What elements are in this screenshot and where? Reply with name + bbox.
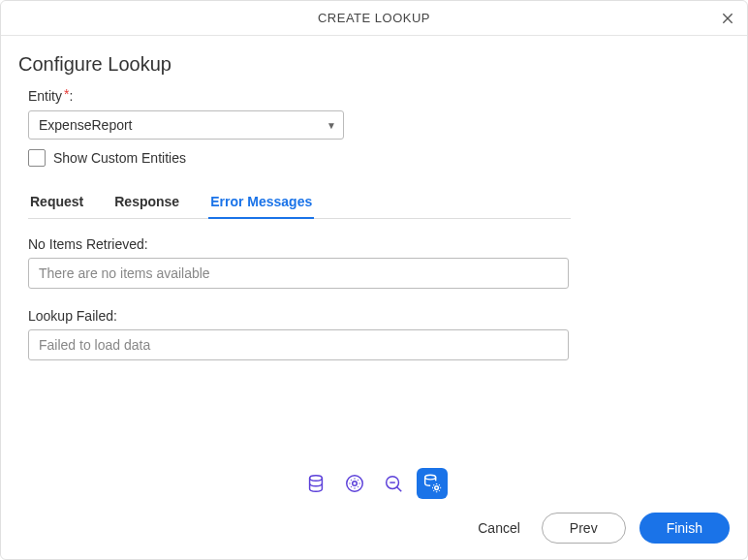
svg-point-2 (310, 476, 323, 482)
lookup-failed-input[interactable] (28, 329, 569, 360)
database-icon (305, 473, 327, 494)
step-datasource[interactable] (300, 468, 331, 499)
svg-point-9 (435, 486, 439, 490)
finish-button[interactable]: Finish (639, 513, 730, 544)
entity-selected-value: ExpenseReport (39, 117, 133, 133)
page-title: Configure Lookup (18, 53, 730, 76)
tab-request[interactable]: Request (28, 186, 85, 219)
no-items-group: No Items Retrieved: (28, 236, 730, 289)
show-custom-checkbox[interactable] (28, 149, 46, 167)
no-items-input[interactable] (28, 258, 569, 289)
tab-error-messages[interactable]: Error Messages (208, 186, 314, 219)
entity-select-wrap: ExpenseReport ▼ (28, 110, 344, 140)
entity-label-row: Entity * : (28, 88, 73, 104)
database-gear-icon (421, 473, 443, 494)
show-custom-label: Show Custom Entities (53, 150, 186, 166)
gear-circle-icon (344, 473, 365, 494)
close-button[interactable] (718, 9, 737, 28)
svg-point-8 (425, 475, 436, 480)
required-star-icon: * (64, 86, 69, 102)
step-configure[interactable] (417, 468, 448, 499)
modal-titlebar: CREATE LOOKUP (1, 1, 747, 36)
svg-point-3 (347, 476, 363, 492)
close-icon (720, 11, 735, 26)
prev-button[interactable]: Prev (542, 513, 626, 544)
form-section: No Items Retrieved: Lookup Failed: (28, 236, 730, 360)
step-query[interactable] (378, 468, 409, 499)
no-items-label: No Items Retrieved: (28, 236, 730, 252)
button-row: Cancel Prev Finish (18, 513, 730, 544)
show-custom-row: Show Custom Entities (28, 149, 730, 167)
modal-title: CREATE LOOKUP (318, 11, 430, 25)
entity-label: Entity (28, 88, 62, 104)
entity-label-colon: : (69, 88, 73, 104)
cancel-button[interactable]: Cancel (470, 514, 528, 542)
step-settings[interactable] (339, 468, 370, 499)
entity-select[interactable]: ExpenseReport (28, 110, 344, 140)
tab-response[interactable]: Response (112, 186, 181, 219)
modal-content: Configure Lookup Entity * : ExpenseRepor… (1, 36, 747, 458)
lookup-failed-group: Lookup Failed: (28, 308, 730, 360)
search-minus-icon (383, 473, 404, 494)
lookup-failed-label: Lookup Failed: (28, 308, 730, 324)
modal-footer: Cancel Prev Finish (1, 458, 747, 559)
wizard-steps (18, 468, 730, 499)
chevron-down-icon: ▼ (327, 120, 336, 131)
svg-line-6 (397, 487, 402, 492)
svg-point-4 (353, 482, 358, 486)
tabs: Request Response Error Messages (28, 186, 571, 219)
create-lookup-modal: CREATE LOOKUP Configure Lookup Entity * … (0, 0, 748, 560)
